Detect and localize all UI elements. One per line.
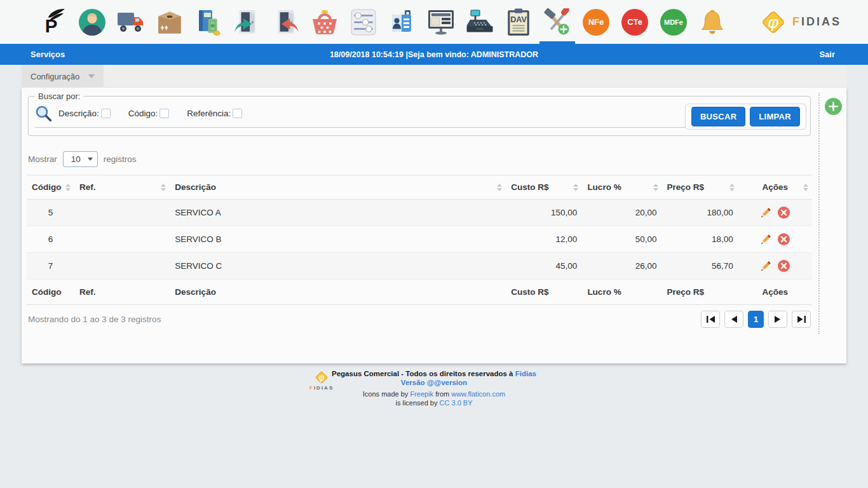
tab-configuracao[interactable]: Configuração: [22, 65, 104, 88]
toolbar-finance[interactable]: [194, 5, 222, 39]
cell-preco: 18,00: [662, 226, 738, 253]
toolbar-suppliers[interactable]: [117, 5, 145, 39]
cell-descricao: SERVICO B: [170, 226, 506, 253]
edit-button[interactable]: [760, 207, 772, 219]
logout-link[interactable]: Sair: [815, 49, 839, 60]
foot-lucro: Lucro %: [582, 280, 661, 305]
pagination: 1: [701, 311, 811, 328]
delete-button[interactable]: [778, 207, 790, 219]
svg-text:P: P: [45, 15, 58, 36]
records-info: Mostrando do 1 ao 3 de 3 registros: [28, 315, 161, 324]
cell-custo: 150,00: [506, 200, 582, 226]
toolbar-stock-out[interactable]: [272, 5, 300, 39]
icons-credit-line: Icons made by Freepik from www.flaticon.…: [0, 390, 868, 398]
page-size-select[interactable]: 10: [63, 151, 98, 167]
pencil-icon: [760, 207, 772, 219]
filter-descricao: Descrição:: [58, 109, 111, 118]
toolbar-notifications[interactable]: [698, 5, 726, 39]
cell-codigo: 6: [27, 226, 74, 253]
toolbar-services-tools[interactable]: [543, 5, 571, 39]
next-page-button[interactable]: [768, 311, 787, 328]
toolbar-pdv-monitor[interactable]: [427, 5, 455, 39]
codigo-checkbox[interactable]: [159, 109, 169, 118]
cell-ref: [74, 200, 170, 226]
foot-preco: Preço R$: [662, 280, 738, 305]
freepik-link[interactable]: Freepik: [410, 390, 433, 398]
cell-custo: 45,00: [506, 253, 582, 280]
search-buttons-box: BUSCAR LIMPAR: [685, 104, 806, 130]
cell-lucro: 50,00: [582, 226, 661, 253]
fidias-diamond-icon: φ: [760, 9, 787, 36]
col-header-lucro[interactable]: Lucro %: [582, 175, 661, 200]
descricao-checkbox[interactable]: [101, 109, 111, 118]
page-size-control: Mostrar 10 registros: [28, 151, 812, 167]
toolbar-cash-register[interactable]: [466, 5, 494, 39]
footer-fidias-logo: φ FIDIAS: [309, 370, 334, 391]
referencia-checkbox[interactable]: [233, 109, 242, 118]
foot-custo: Custo R$: [506, 280, 582, 305]
table-row: 6 SERVICO B 12,00 50,00 18,00: [27, 226, 812, 253]
session-bar: Serviços 18/09/2018 10:54:19 |Seja bem v…: [0, 44, 868, 65]
first-page-icon: [707, 316, 715, 323]
search-input[interactable]: [35, 118, 696, 128]
door-out-icon: [273, 9, 299, 36]
delete-button[interactable]: [778, 260, 790, 272]
services-table: Código Ref. Descrição Custo R$ Lucro % P…: [27, 175, 812, 305]
prev-page-button[interactable]: [724, 311, 743, 328]
last-page-button[interactable]: [792, 311, 811, 328]
filter-codigo: Código:: [128, 109, 170, 118]
cell-preco: 180,00: [662, 200, 738, 226]
col-header-codigo[interactable]: Código: [27, 175, 74, 200]
dav-icon: DAV: [506, 8, 531, 36]
toolbar-mdfe[interactable]: MDFe: [660, 5, 688, 39]
cell-acoes: [738, 226, 812, 253]
toolbar-employees[interactable]: [388, 5, 416, 39]
first-page-button[interactable]: [701, 311, 720, 328]
cc-license-link[interactable]: CC 3.0 BY: [440, 399, 473, 407]
license-line: is licensed by CC 3.0 BY: [0, 399, 868, 407]
col-header-ref[interactable]: Ref.: [74, 175, 170, 200]
id-card-icon: [390, 9, 415, 36]
toolbar-orders[interactable]: [349, 5, 377, 39]
toolbar-products[interactable]: [156, 5, 184, 39]
edit-button[interactable]: [760, 233, 772, 245]
chevron-down-icon: [88, 74, 95, 78]
tab-strip: Configuração: [22, 65, 846, 88]
add-service-button[interactable]: [825, 98, 842, 115]
col-header-custo[interactable]: Custo R$: [506, 175, 582, 200]
toolbar-stock-in[interactable]: [233, 5, 261, 39]
flaticon-link[interactable]: www.flaticon.com: [451, 390, 505, 398]
sort-icon: [497, 184, 502, 191]
foot-ref: Ref.: [74, 280, 170, 305]
cell-custo: 12,00: [506, 226, 582, 253]
edit-button[interactable]: [760, 260, 772, 272]
svg-text:φ: φ: [319, 373, 325, 383]
pegasus-logo-icon: P: [41, 8, 65, 37]
buscar-button[interactable]: BUSCAR: [691, 107, 745, 126]
finance-book-icon: [196, 9, 221, 36]
toolbar-sales[interactable]: [311, 5, 339, 39]
foot-descricao: Descrição: [170, 280, 506, 305]
truck-icon: [117, 11, 145, 34]
current-page-button[interactable]: 1: [748, 311, 764, 328]
cell-lucro: 20,00: [582, 200, 661, 226]
toolbar-clients[interactable]: [78, 5, 106, 39]
col-header-preco[interactable]: Preço R$: [662, 175, 738, 200]
search-panel: Buscar por: Descrição: Código:: [28, 92, 811, 136]
col-header-acoes[interactable]: Ações: [738, 175, 812, 200]
sort-icon: [65, 184, 71, 191]
toolbar-pegasus-logo[interactable]: P: [39, 5, 67, 39]
toolbar-dav[interactable]: DAV: [505, 5, 532, 39]
cell-acoes: [738, 200, 812, 226]
toolbar-cte[interactable]: CTe: [621, 5, 649, 39]
fidias-link[interactable]: Fidias: [515, 370, 536, 377]
delete-button[interactable]: [778, 233, 790, 245]
col-header-descricao[interactable]: Descrição: [170, 175, 506, 200]
cell-descricao: SERVICO A: [170, 200, 506, 226]
side-rail: [818, 93, 846, 334]
toolbar-nfe[interactable]: NFe: [582, 5, 610, 39]
plus-icon: [829, 102, 838, 111]
limpar-button[interactable]: LIMPAR: [750, 107, 800, 126]
monitor-icon: [427, 9, 455, 36]
cell-descricao: SERVICO C: [170, 253, 506, 280]
